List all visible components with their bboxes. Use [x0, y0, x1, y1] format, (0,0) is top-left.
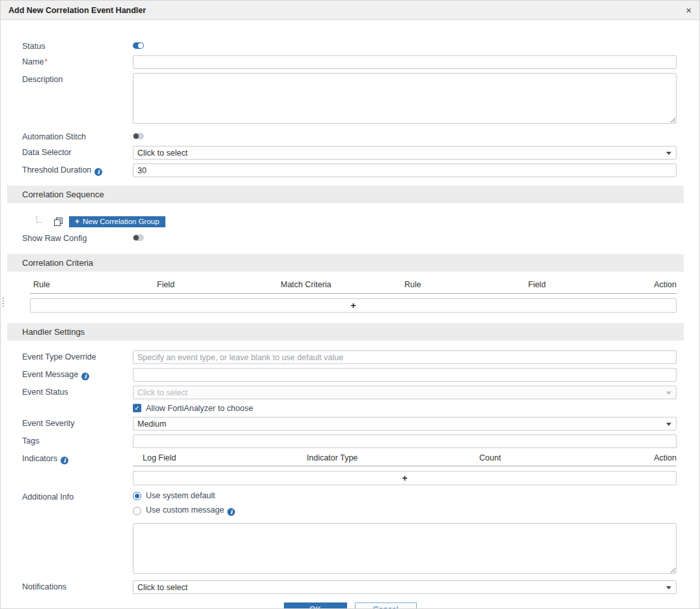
notifications-select[interactable]: Click to select: [133, 580, 677, 594]
chevron-down-icon: [666, 391, 671, 395]
allow-choose-checkbox[interactable]: ✓: [133, 404, 141, 412]
criteria-col-field-1: Field: [157, 280, 281, 289]
show-raw-config-label: Show Raw Config: [22, 232, 133, 244]
info-icon[interactable]: i: [227, 508, 235, 516]
plus-icon: +: [75, 217, 79, 226]
name-label: Name*: [22, 55, 133, 67]
event-status-label: Event Status: [22, 386, 133, 397]
panel-resize-handle[interactable]: [1, 298, 5, 307]
event-status-select[interactable]: Click to select: [133, 386, 677, 399]
toggle-knob: [133, 134, 139, 139]
indicators-label: Indicatorsi: [22, 452, 133, 464]
criteria-col-rule-2: Rule: [404, 280, 528, 289]
event-message-input[interactable]: [133, 368, 677, 382]
required-asterisk: *: [44, 57, 48, 66]
event-message-row: Event Messagei: [22, 368, 677, 382]
notifications-value: Click to select: [137, 583, 188, 592]
event-severity-row: Event Severity Medium: [22, 417, 677, 431]
event-severity-select[interactable]: Medium: [133, 417, 677, 431]
description-row: Description: [22, 73, 677, 126]
data-selector-label: Data Selector: [22, 146, 133, 158]
correlation-sequence-row: + New Correlation Group: [1, 215, 699, 228]
chevron-down-icon: [666, 586, 671, 589]
handler-settings-header: Handler Settings: [7, 323, 684, 341]
criteria-col-match: Match Criteria: [281, 280, 404, 289]
show-raw-config-toggle[interactable]: [133, 234, 144, 241]
custom-message-textarea[interactable]: [133, 523, 677, 574]
event-severity-label: Event Severity: [22, 417, 133, 429]
correlation-criteria-header: Correlation Criteria: [7, 254, 684, 272]
event-message-label: Event Messagei: [22, 368, 133, 380]
event-severity-value: Medium: [137, 419, 166, 429]
indicators-table-header: Log Field Indicator Type Count Action: [133, 452, 677, 466]
automation-stitch-label: Automation Stitch: [22, 130, 133, 142]
correlation-sequence-header: Correlation Sequence: [7, 186, 684, 203]
indicators-row: Indicatorsi Log Field Indicator Type Cou…: [22, 452, 677, 485]
event-type-override-input[interactable]: [133, 350, 677, 364]
new-correlation-group-button[interactable]: + New Correlation Group: [69, 216, 165, 227]
indicators-col-log-field: Log Field: [143, 453, 307, 462]
criteria-add-row-button[interactable]: +: [30, 298, 677, 313]
use-system-default-option: Use system default: [133, 490, 677, 501]
criteria-col-action: Action: [637, 280, 677, 289]
indicators-col-count: Count: [479, 453, 637, 462]
event-type-override-label: Event Type Override: [22, 350, 133, 362]
automation-stitch-row: Automation Stitch: [22, 130, 677, 142]
criteria-table-header: Rule Field Match Criteria Rule Field Act…: [30, 280, 677, 294]
status-row: Status: [22, 40, 677, 51]
status-toggle[interactable]: [133, 42, 144, 49]
name-row: Name*: [22, 55, 677, 69]
info-icon[interactable]: i: [94, 168, 102, 176]
cancel-button[interactable]: Cancel: [355, 602, 417, 609]
threshold-duration-row: Threshold Durationi: [22, 163, 677, 177]
allow-choose-label: Allow FortiAnalyzer to choose: [146, 404, 253, 413]
toggle-knob: [138, 43, 143, 48]
description-textarea[interactable]: [133, 73, 677, 124]
allow-choose-spacer: [22, 403, 133, 405]
use-custom-message-option: Use custom messagei: [133, 505, 677, 516]
tags-label: Tags: [22, 434, 133, 446]
dialog-footer: OK Cancel: [1, 602, 699, 609]
event-type-override-row: Event Type Override: [22, 350, 677, 364]
add-correlation-event-handler-dialog: Add New Correlation Event Handler × Stat…: [0, 0, 700, 609]
allow-choose-row: ✓ Allow FortiAnalyzer to choose: [22, 403, 677, 413]
data-selector-select[interactable]: Click to select: [133, 146, 677, 160]
group-icon[interactable]: [54, 218, 63, 226]
tags-input[interactable]: [133, 434, 677, 448]
criteria-col-rule-1: Rule: [33, 280, 157, 289]
close-icon[interactable]: ×: [686, 5, 692, 15]
name-input[interactable]: [133, 55, 677, 69]
new-group-label: New Correlation Group: [83, 218, 160, 225]
additional-info-row: Additional Info Use system default Use c…: [22, 490, 677, 576]
dialog-body: Status Name* Description Automation Stit…: [1, 20, 699, 609]
indicators-add-row-button[interactable]: +: [133, 471, 677, 485]
indicators-col-action: Action: [637, 453, 677, 462]
use-system-default-radio[interactable]: [133, 492, 141, 500]
use-custom-message-radio[interactable]: [133, 507, 141, 515]
chevron-down-icon: [666, 152, 671, 155]
show-raw-config-row: Show Raw Config: [22, 232, 677, 244]
info-icon[interactable]: i: [61, 457, 68, 464]
additional-info-label: Additional Info: [22, 490, 133, 502]
use-custom-message-label: Use custom messagei: [146, 505, 235, 516]
description-label: Description: [22, 73, 133, 85]
tags-row: Tags: [22, 434, 677, 448]
chevron-down-icon: [666, 423, 671, 426]
dialog-titlebar: Add New Correlation Event Handler ×: [1, 1, 699, 20]
threshold-duration-label: Threshold Durationi: [22, 163, 133, 176]
info-icon[interactable]: i: [81, 373, 89, 380]
ok-button[interactable]: OK: [284, 602, 347, 609]
indicators-col-indicator-type: Indicator Type: [307, 453, 479, 462]
event-status-row: Event Status Click to select: [22, 386, 677, 399]
dialog-title: Add New Correlation Event Handler: [8, 6, 146, 15]
automation-stitch-toggle[interactable]: [133, 133, 144, 139]
data-selector-value: Click to select: [137, 149, 188, 158]
data-selector-row: Data Selector Click to select: [22, 146, 677, 160]
threshold-duration-input[interactable]: [133, 163, 677, 177]
criteria-col-field-2: Field: [528, 280, 637, 289]
status-label: Status: [22, 40, 133, 51]
toggle-knob: [133, 235, 139, 240]
use-system-default-label: Use system default: [146, 491, 215, 500]
notifications-row: Notifications Click to select: [22, 580, 677, 594]
event-status-value: Click to select: [137, 388, 188, 397]
